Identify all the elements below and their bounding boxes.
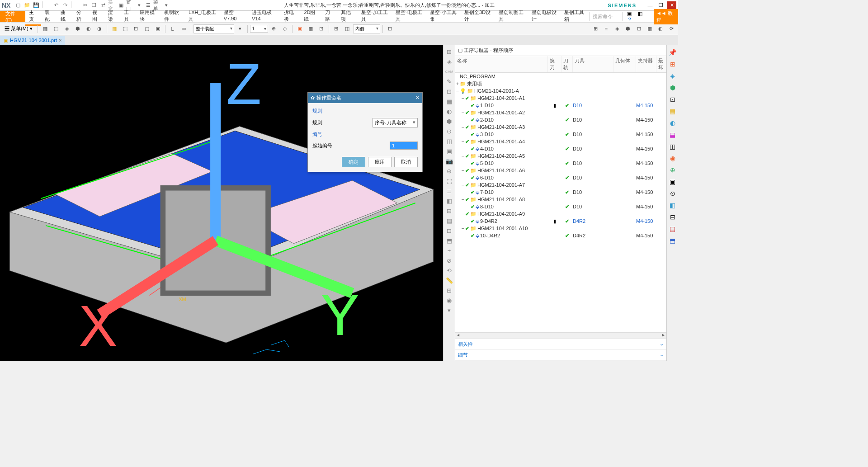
res-ico-6[interactable]: ◐	[668, 118, 677, 127]
tb-icon-11[interactable]: ▣	[153, 24, 163, 34]
tb-icon-20[interactable]: ⊞	[331, 24, 341, 34]
related-section[interactable]: 相关性⌄	[455, 339, 666, 350]
help-icon[interactable]: ?	[625, 17, 634, 22]
ribbon-tab-5[interactable]: 渲染	[104, 7, 120, 24]
apply-button[interactable]: 应用	[368, 157, 392, 167]
tb-icon-10[interactable]: ▢	[142, 24, 152, 34]
tb-icon-5[interactable]: ◐	[84, 24, 94, 34]
res-ico-10[interactable]: ⊕	[668, 165, 677, 175]
tree-row[interactable]: ✔⬙5-D10✔D10M4-150	[455, 160, 666, 167]
res-ico-2[interactable]: ◈	[668, 71, 677, 80]
tree-row[interactable]: −✔📁HGM21-104-2001-A3	[455, 123, 666, 131]
tb-icon-7[interactable]: ▦	[109, 24, 119, 34]
assembly-combo[interactable]: 整个装配	[193, 24, 234, 33]
tree-row[interactable]: ✔⬙9-D4R2▮✔D4R2M4-150	[455, 217, 666, 225]
tb-r-5[interactable]: ⊡	[634, 24, 644, 34]
col-geo[interactable]: 几何体	[613, 56, 636, 72]
tree-row[interactable]: −✔📁HGM21-104-2001-A9	[455, 210, 666, 217]
col-last[interactable]: 最坏	[656, 56, 666, 72]
ribbon-tab-21[interactable]: 星创电极设计	[528, 7, 561, 24]
tree-row[interactable]: +📁未用项	[455, 80, 666, 87]
tb-icon-8[interactable]: ⬚	[120, 24, 130, 34]
res-ico-14[interactable]: ⊟	[668, 212, 677, 222]
rule-combo[interactable]: 序号-刀具名称	[373, 118, 418, 127]
col-hd[interactable]: 换刀	[548, 56, 561, 72]
col-hold[interactable]: 夹持器	[636, 56, 656, 72]
res-ico-15[interactable]: ▤	[668, 224, 677, 233]
tutorial-button[interactable]: ◄◄ 教程	[654, 9, 678, 24]
ribbon-tab-15[interactable]: 其他项	[337, 7, 357, 24]
tb-r-4[interactable]: ⬢	[623, 24, 633, 34]
tb-icon-4[interactable]: ⬢	[73, 24, 83, 34]
ribbon-tab-0[interactable]: 主页	[25, 7, 41, 26]
dialog-titlebar[interactable]: ✿ 操作重命名 ✕	[308, 93, 422, 103]
ribbon-tab-13[interactable]: 2D图纸	[300, 7, 321, 24]
ribbon-tab-4[interactable]: 视图	[89, 7, 104, 24]
res-ico-3[interactable]: ⬢	[668, 83, 677, 92]
start-number-input[interactable]	[390, 142, 418, 150]
ribbon-icon-2[interactable]: ◧	[636, 11, 645, 17]
tree-row[interactable]: ✔⬙4-D10✔D10M4-150	[455, 145, 666, 152]
ribbon-tab-14[interactable]: 刀路	[321, 7, 337, 24]
command-search[interactable]: 搜索命令	[590, 12, 623, 21]
horizontal-scrollbar[interactable]	[455, 332, 666, 339]
res-ico-4[interactable]: ⊡	[668, 95, 677, 104]
tb-icon-13[interactable]: ▭	[179, 24, 189, 34]
ribbon-tab-17[interactable]: 星空-电极工具	[392, 7, 426, 24]
col-name[interactable]: 名称	[455, 56, 548, 72]
ribbon-tab-22[interactable]: 星创工具箱	[561, 7, 589, 24]
tb-icon-18[interactable]: ▦	[306, 24, 316, 34]
ribbon-tab-20[interactable]: 星创制图工具	[495, 7, 528, 24]
res-ico-13[interactable]: ◧	[668, 201, 677, 210]
tb-icon-14[interactable]: ▾	[235, 24, 245, 34]
res-ico-11[interactable]: ▣	[668, 177, 677, 186]
file-menu-button[interactable]: 文件(F)	[0, 11, 25, 22]
tree-row[interactable]: −✔📁HGM21-104-2001-A10	[455, 225, 666, 232]
tb-r-2[interactable]: ≡	[601, 24, 611, 34]
tb-icon-22[interactable]: ⊡	[385, 24, 395, 34]
ok-button[interactable]: 确定	[342, 157, 365, 167]
ribbon-tab-19[interactable]: 星创全3D设计	[461, 7, 495, 24]
tree-row[interactable]: ✔⬙3-D10✔D10M4-150	[455, 131, 666, 138]
tb-icon-1[interactable]: ▦	[40, 24, 50, 34]
ribbon-tab-7[interactable]: 应用模块	[136, 7, 160, 24]
detail-section[interactable]: 细节⌄	[455, 350, 666, 361]
sel-combo[interactable]: 内侧	[353, 24, 380, 33]
tree-row[interactable]: −✔📁HGM21-104-2001-A8	[455, 196, 666, 203]
tb-icon-16[interactable]: ◇	[280, 24, 290, 34]
ribbon-tab-16[interactable]: 星空-加工工具	[358, 7, 392, 24]
tb-r-3[interactable]: ◈	[612, 24, 622, 34]
minimize-button[interactable]: —	[646, 1, 655, 9]
tb-r-8[interactable]: ⟳	[666, 24, 676, 34]
ribbon-tab-6[interactable]: 工具	[120, 7, 136, 24]
tree-row[interactable]: ✔⬙1-D10▮✔D10M4-150	[455, 102, 666, 109]
ribbon-tab-10[interactable]: 星空 V7.90	[220, 7, 248, 23]
tb-icon-15[interactable]: ⊕	[269, 24, 279, 34]
close-button[interactable]: ✕	[667, 1, 676, 9]
tb-icon-9[interactable]: ⊡	[131, 24, 141, 34]
tree-row[interactable]: −✔📁HGM21-104-2001-A7	[455, 181, 666, 189]
col-tool[interactable]: 刀具	[573, 56, 613, 72]
res-ico-1[interactable]: ⊞	[668, 60, 677, 69]
tb-r-6[interactable]: ▦	[645, 24, 655, 34]
ribbon-tab-9[interactable]: LXH_电极工具	[185, 7, 220, 24]
tree-row[interactable]: ✔⬙2-D10✔D10M4-150	[455, 116, 666, 123]
tree-row[interactable]: −✔📁HGM21-104-2001-A5	[455, 152, 666, 160]
tree-row[interactable]: −✔📁HGM21-104-2001-A2	[455, 109, 666, 116]
tb-icon-19[interactable]: ⊡	[316, 24, 326, 34]
tb-r-1[interactable]: ⊞	[590, 24, 600, 34]
col-dg[interactable]: 刀轨	[561, 56, 573, 72]
tree-row[interactable]: ✔⬙7-D10✔D10M4-150	[455, 189, 666, 196]
res-pin-icon[interactable]: 📌	[668, 48, 677, 57]
tb-icon-2[interactable]: ⬚	[51, 24, 61, 34]
res-ico-16[interactable]: ⬒	[668, 236, 677, 245]
qat-new-icon[interactable]: ▢	[14, 1, 22, 9]
cancel-button[interactable]: 取消	[394, 157, 418, 167]
tree-row[interactable]: ✔⬙8-D10✔D10M4-150	[455, 203, 666, 210]
res-ico-5[interactable]: ▦	[668, 107, 677, 116]
ribbon-tab-18[interactable]: 星空-小工具集	[426, 7, 461, 24]
tb-icon-12[interactable]: L	[168, 24, 178, 34]
tb-icon-6[interactable]: ◑	[94, 24, 104, 34]
tb-icon-3[interactable]: ◈	[62, 24, 72, 34]
ribbon-tab-11[interactable]: 进玉电极V14	[248, 7, 280, 23]
